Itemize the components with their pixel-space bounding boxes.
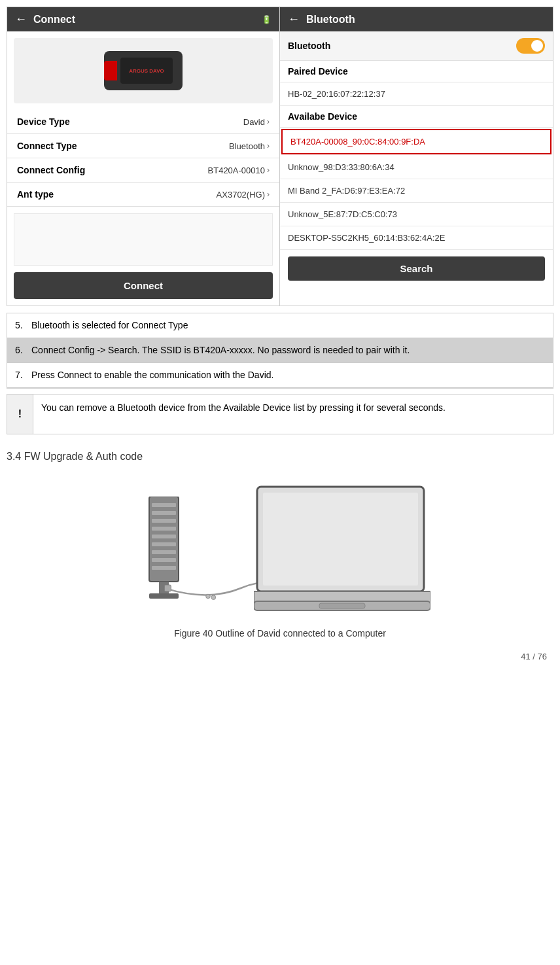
step-row-7: 7. Press Connect to enable the communica…: [7, 363, 553, 388]
connect-config-value: BT420A-00010 ›: [208, 166, 270, 175]
chevron-icon: ›: [267, 141, 270, 150]
chevron-icon: ›: [267, 166, 270, 175]
left-phone-title: Connect: [33, 14, 75, 26]
available-device-0[interactable]: BT420A-00008_90:0C:84:00:9F:DA: [281, 129, 551, 154]
right-phone-title: Bluetooth: [306, 14, 355, 26]
step-7-text: Press Connect to enable the communicatio…: [31, 368, 545, 382]
ant-type-row[interactable]: Ant type AX3702(HG) ›: [7, 183, 279, 207]
svg-rect-12: [164, 585, 171, 591]
svg-point-14: [206, 594, 211, 599]
device-image: ARGUS DAVO: [104, 51, 183, 90]
bluetooth-toggle[interactable]: [516, 38, 545, 54]
svg-rect-4: [152, 527, 176, 531]
bluetooth-label: Bluetooth: [288, 41, 330, 51]
svg-rect-22: [319, 603, 365, 608]
svg-rect-5: [152, 535, 176, 538]
illustration: [116, 472, 444, 616]
left-back-icon[interactable]: ←: [15, 12, 27, 26]
step-row-5: 5. Bluetooth is selected for Connect Typ…: [7, 313, 553, 338]
right-back-icon[interactable]: ←: [288, 12, 300, 26]
step-7-num: 7.: [15, 368, 31, 382]
svg-rect-8: [152, 558, 176, 562]
step-6-text: Connect Config -> Search. The SSID is BT…: [31, 343, 545, 357]
available-device-3[interactable]: Unknow_5E:87:7D:C5:C0:73: [280, 203, 553, 226]
connect-type-label: Connect Type: [17, 141, 96, 151]
note-icon: !: [7, 395, 33, 434]
available-device-1[interactable]: Unknow_98:D3:33:80:6A:34: [280, 156, 553, 179]
device-image-area: ARGUS DAVO: [14, 38, 273, 103]
svg-rect-3: [152, 519, 176, 523]
battery-icon: 🔋: [262, 15, 271, 24]
step-5-text: Bluetooth is selected for Connect Type: [31, 319, 545, 332]
step-5-num: 5.: [15, 319, 31, 332]
bluetooth-toggle-row: Bluetooth: [280, 31, 553, 61]
steps-section: 5. Bluetooth is selected for Connect Typ…: [7, 313, 553, 389]
right-phone-header: ← Bluetooth: [280, 7, 553, 31]
connect-type-value: Bluetooth ›: [229, 141, 270, 151]
ant-type-value: AX3702(HG) ›: [217, 190, 270, 200]
device-image-inner: ARGUS DAVO: [120, 58, 173, 84]
svg-rect-9: [152, 566, 176, 570]
device-type-label: Device Type: [17, 116, 96, 127]
connect-button[interactable]: Connect: [14, 272, 273, 299]
page-number: 41 / 76: [13, 652, 547, 661]
step-6-num: 6.: [15, 343, 31, 357]
svg-rect-7: [152, 550, 176, 554]
left-phone-header: ← Connect 🔋: [7, 7, 279, 31]
step-row-6: 6. Connect Config -> Search. The SSID is…: [7, 338, 553, 363]
chevron-icon: ›: [267, 117, 270, 126]
connect-config-row[interactable]: Connect Config BT420A-00010 ›: [7, 158, 279, 183]
empty-area: [14, 213, 273, 266]
figure-caption: Figure 40 Outline of David connected to …: [174, 628, 386, 639]
laptop-svg: [254, 483, 430, 614]
svg-point-15: [211, 595, 216, 600]
paired-device-item[interactable]: HB-02_20:16:07:22:12:37: [280, 82, 553, 106]
available-device-2[interactable]: MI Band 2_FA:D6:97:E3:EA:72: [280, 179, 553, 203]
left-phone-panel: ← Connect 🔋 ARGUS DAVO Device Type David…: [7, 7, 280, 306]
note-text: You can remove a Bluetooth device from t…: [33, 395, 553, 434]
right-phone-panel: ← Bluetooth Bluetooth Paired Device HB-0…: [280, 7, 553, 306]
svg-rect-1: [152, 503, 176, 507]
phone-section: ← Connect 🔋 ARGUS DAVO Device Type David…: [7, 7, 553, 306]
laptop: [254, 483, 430, 616]
svg-rect-6: [152, 542, 176, 546]
connect-config-label: Connect Config: [17, 165, 96, 175]
svg-rect-2: [152, 511, 176, 515]
ant-type-label: Ant type: [17, 189, 96, 200]
chevron-icon: ›: [267, 190, 270, 199]
paired-device-header: Paired Device: [280, 61, 553, 82]
section-heading: 3.4 FW Upgrade & Auth code: [7, 451, 553, 463]
note-section: ! You can remove a Bluetooth device from…: [7, 394, 553, 434]
figure-area: Figure 40 Outline of David connected to …: [7, 472, 553, 639]
svg-rect-19: [263, 493, 418, 586]
connect-type-row[interactable]: Connect Type Bluetooth ›: [7, 134, 279, 158]
device-type-value: David ›: [243, 117, 270, 127]
device-type-row[interactable]: Device Type David ›: [7, 110, 279, 134]
available-device-4[interactable]: DESKTOP-S5C2KH5_60:14:B3:62:4A:2E: [280, 226, 553, 250]
search-button[interactable]: Search: [288, 256, 545, 281]
available-device-header: Availabe Device: [280, 106, 553, 128]
